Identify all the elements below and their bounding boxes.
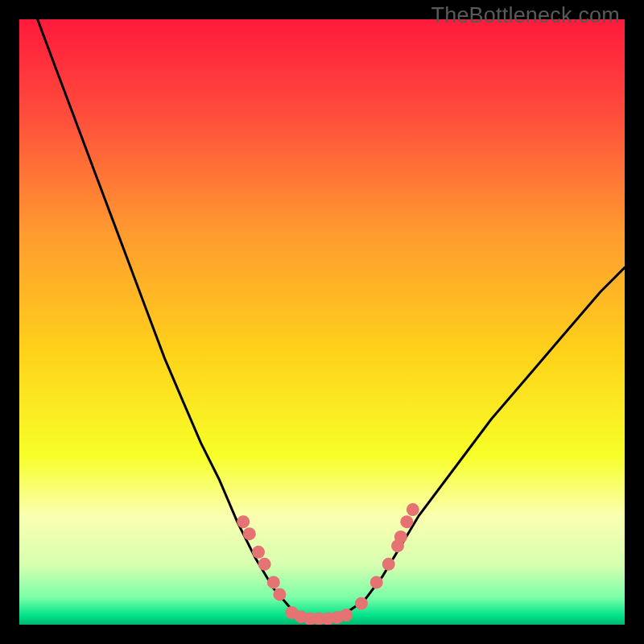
curve-marker [243,527,256,540]
curve-marker [258,558,271,571]
gradient-background [19,19,625,625]
curve-marker [273,588,286,601]
curve-marker [382,558,395,571]
curve-marker [340,609,353,621]
curve-marker [370,576,383,588]
chart-svg [19,19,625,625]
curve-marker [267,576,280,588]
curve-marker [355,597,368,610]
chart-frame: TheBottleneck.com [0,0,644,644]
curve-marker [252,546,265,559]
plot-area [19,19,625,625]
watermark-text: TheBottleneck.com [431,3,620,28]
curve-marker [237,515,250,528]
curve-marker [394,530,407,543]
curve-marker [407,503,419,516]
curve-marker [400,515,413,528]
